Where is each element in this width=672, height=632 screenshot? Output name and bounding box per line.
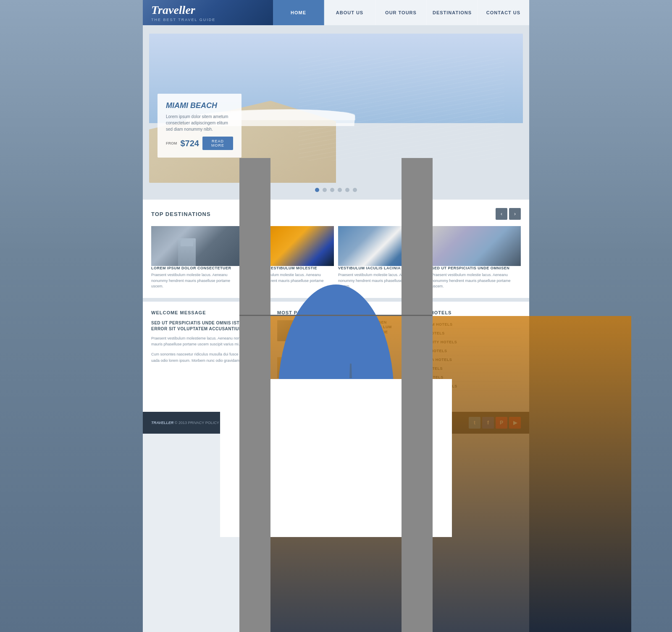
main-nav: HOME ABOUT US OUR TOURS DESTINATIONS CON…: [273, 0, 529, 25]
footer-brand: TRAVELLER: [151, 421, 173, 425]
destination-card-4[interactable]: SED UT PERSPICIATIS UNDE OMNISEN Praesen…: [432, 226, 521, 290]
hero-section: MIAMI BEACH Lorem ipsum dolor sitem amet…: [143, 25, 529, 200]
destinations-next-button[interactable]: ›: [509, 208, 521, 220]
slider-dot-4[interactable]: [338, 188, 342, 192]
destination-image-1: [151, 226, 241, 266]
slide-price: $724: [181, 139, 200, 148]
slide-title: MIAMI BEACH: [166, 101, 233, 110]
destination-card-1[interactable]: LOREM IPSUM DOLOR CONSECTETUER Praesent …: [151, 226, 241, 290]
destination-desc-1: Praesent vestibulum molestie lacus. Aene…: [151, 272, 241, 290]
destination-desc-4: Praesent vestibulum molestie lacus. Aene…: [432, 272, 521, 290]
slider-dot-1[interactable]: [315, 188, 319, 192]
next-icon: ›: [514, 211, 516, 217]
popular-thumb-4: [338, 357, 363, 378]
logo-area: Traveller THE BEST TRAVEL GUIDE: [143, 0, 273, 25]
slider-dot-2[interactable]: [323, 188, 327, 192]
section-header: TOP DESTINATIONS ‹ ›: [151, 208, 521, 220]
slide-description: Lorem ipsum dolor sitem ametum consectet…: [166, 113, 233, 132]
slider-dot-6[interactable]: [353, 188, 357, 192]
water-shimmer: [299, 56, 504, 161]
nav-item-contact[interactable]: CONTACT US: [478, 0, 529, 25]
nav-item-destinations[interactable]: DESTINATIONS: [427, 0, 478, 25]
slider-dot-3[interactable]: [330, 188, 334, 192]
destination-title-1: LOREM IPSUM DOLOR CONSECTETUER: [151, 266, 241, 270]
read-more-button[interactable]: READ MORE: [202, 137, 233, 150]
slider-dot-5[interactable]: [345, 188, 349, 192]
footer-left: TRAVELLER © 2013 PRIVACY POLICY: [151, 421, 219, 425]
header: Traveller THE BEST TRAVEL GUIDE HOME ABO…: [143, 0, 529, 25]
nav-item-about[interactable]: ABOUT US: [324, 0, 375, 25]
logo-title: Traveller: [151, 3, 265, 17]
slide-price-row: FROM $724 READ MORE: [166, 137, 233, 150]
nav-item-home[interactable]: HOME: [273, 0, 324, 25]
destinations-grid: LOREM IPSUM DOLOR CONSECTETUER Praesent …: [151, 226, 521, 290]
destinations-prev-button[interactable]: ‹: [496, 208, 507, 220]
top-destinations-section: TOP DESTINATIONS ‹ ›: [143, 200, 529, 298]
destinations-nav-arrows: ‹ ›: [496, 208, 521, 220]
logo-tagline: THE BEST TRAVEL GUIDE: [151, 18, 265, 22]
destination-image-4: [432, 226, 521, 266]
nav-item-tours[interactable]: OUR TOURS: [375, 0, 427, 25]
destinations-title: TOP DESTINATIONS: [151, 211, 211, 217]
slide-from-label: FROM: [166, 141, 177, 145]
hero-slider: MIAMI BEACH Lorem ipsum dolor sitem amet…: [149, 34, 523, 183]
footer-copyright: © 2013 PRIVACY POLICY: [175, 421, 219, 425]
slider-dots: [149, 183, 523, 195]
prev-icon: ‹: [501, 211, 502, 217]
destination-title-4: SED UT PERSPICIATIS UNDE OMNISEN: [432, 266, 521, 270]
slide-caption: MIAMI BEACH Lorem ipsum dolor sitem amet…: [158, 94, 242, 158]
